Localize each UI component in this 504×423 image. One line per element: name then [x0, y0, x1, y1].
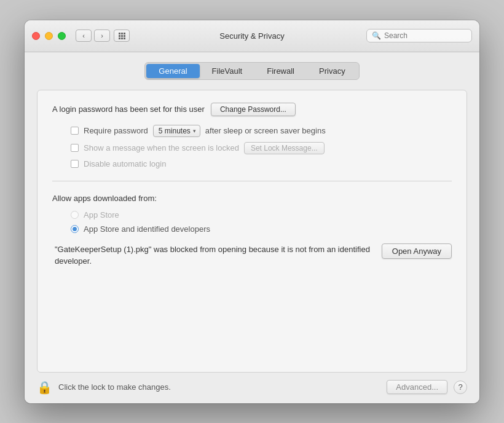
disable-login-label: Disable automatic login [84, 159, 166, 168]
allow-apps-label: Allow apps downloaded from: [52, 194, 452, 203]
change-password-button[interactable]: Change Password... [211, 103, 296, 116]
advanced-button[interactable]: Advanced... [387, 380, 447, 394]
tab-privacy[interactable]: Privacy [307, 64, 358, 78]
radio-app-store-identified-row: App Store and identified developers [71, 224, 452, 234]
blocked-message-row: "GateKeeperSetup (1).pkg" was blocked fr… [55, 243, 452, 267]
tab-general[interactable]: General [146, 64, 199, 78]
set-lock-message-button[interactable]: Set Lock Message... [244, 142, 325, 154]
password-label: A login password has been set for this u… [52, 105, 205, 114]
search-box[interactable]: 🔍 [366, 29, 472, 42]
traffic-lights [32, 32, 66, 40]
require-password-row: Require password 5 minutes ▾ after sleep… [71, 125, 452, 137]
content-area: General FileVault Firewall Privacy A log… [25, 52, 479, 373]
dropdown-value: 5 minutes [159, 127, 191, 135]
main-window: ‹ › Security & Privacy 🔍 General FileVau… [25, 20, 479, 403]
require-password-label: Require password [84, 126, 148, 135]
radio-app-store-row: App Store [71, 210, 452, 219]
maximize-button[interactable] [58, 32, 66, 40]
tab-firewall[interactable]: Firewall [254, 64, 307, 78]
window-title: Security & Privacy [219, 31, 284, 41]
settings-panel: A login password has been set for this u… [37, 90, 467, 373]
divider [52, 181, 452, 181]
after-sleep-label: after sleep or screen saver begins [205, 126, 326, 135]
back-button[interactable]: ‹ [76, 30, 92, 42]
search-icon: 🔍 [372, 31, 381, 40]
grid-icon [119, 33, 125, 39]
search-input[interactable] [384, 31, 467, 40]
disable-login-row: Disable automatic login [71, 159, 452, 168]
lock-icon[interactable]: 🔒 [37, 380, 52, 395]
show-message-checkbox[interactable] [71, 144, 79, 152]
chevron-down-icon: ▾ [193, 128, 196, 134]
require-password-checkbox[interactable] [71, 127, 79, 135]
radio-app-store-identified[interactable] [71, 225, 79, 233]
password-timeout-dropdown[interactable]: 5 minutes ▾ [153, 125, 200, 137]
titlebar: ‹ › Security & Privacy 🔍 [25, 20, 479, 52]
open-anyway-button[interactable]: Open Anyway [382, 243, 452, 259]
radio-app-store[interactable] [71, 211, 79, 219]
tab-filevault[interactable]: FileVault [200, 64, 255, 78]
minimize-button[interactable] [45, 32, 53, 40]
nav-buttons: ‹ › [76, 30, 110, 42]
lock-text: Click the lock to make changes. [58, 382, 380, 392]
grid-button[interactable] [114, 30, 130, 42]
tab-group: General FileVault Firewall Privacy [144, 62, 359, 80]
blocked-text: "GateKeeperSetup (1).pkg" was blocked fr… [55, 243, 374, 267]
bottom-bar: 🔒 Click the lock to make changes. Advanc… [25, 373, 479, 403]
password-row: A login password has been set for this u… [52, 103, 452, 116]
forward-button[interactable]: › [94, 30, 110, 42]
show-message-label: Show a message when the screen is locked [84, 143, 239, 152]
disable-login-checkbox[interactable] [71, 160, 79, 168]
help-button[interactable]: ? [454, 381, 467, 394]
radio-app-store-identified-label: App Store and identified developers [84, 224, 210, 234]
tab-bar: General FileVault Firewall Privacy [37, 62, 467, 80]
show-message-row: Show a message when the screen is locked… [71, 142, 452, 154]
radio-app-store-label: App Store [84, 210, 119, 219]
close-button[interactable] [32, 32, 40, 40]
